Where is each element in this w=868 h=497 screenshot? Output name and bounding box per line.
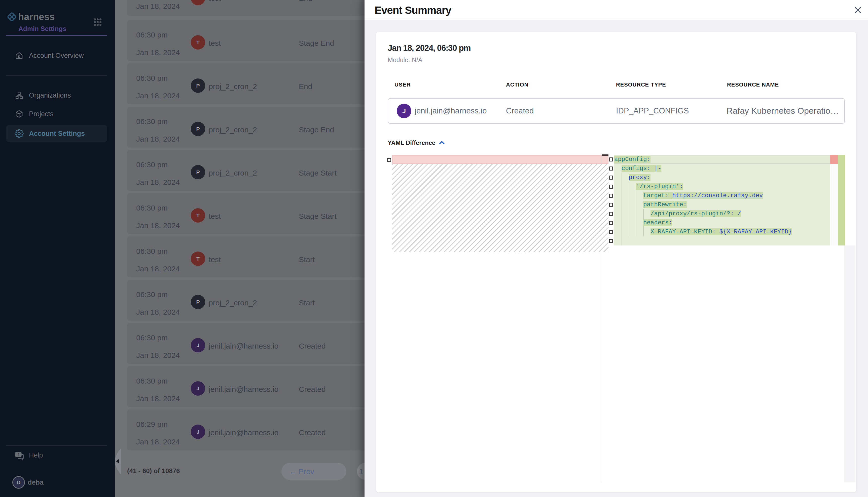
svg-text:?: ? [17, 453, 19, 457]
